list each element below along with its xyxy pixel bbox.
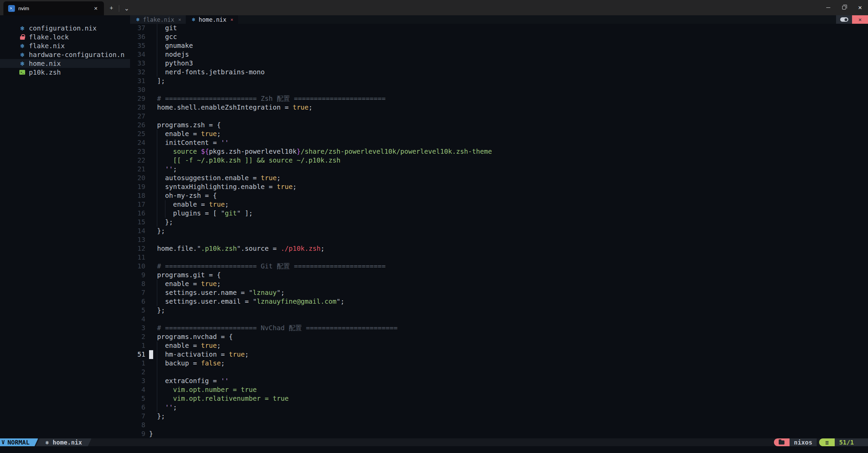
- indent-guide: [157, 385, 161, 394]
- code-line[interactable]: 5 vim.opt.relativenumber = true: [130, 394, 868, 403]
- code-line[interactable]: 11: [130, 253, 868, 262]
- code-text: programs.zsh = {: [149, 121, 221, 130]
- code-line[interactable]: 9 programs.git = {: [130, 271, 868, 280]
- code-line[interactable]: 3 extraConfig = '': [130, 377, 868, 385]
- file-item-hardware-configuration.n[interactable]: hardware-configuration.n: [0, 50, 130, 59]
- code-line[interactable]: 16 plugins = [ "git" ];: [130, 209, 868, 218]
- file-item-flake.lock[interactable]: flake.lock: [0, 33, 130, 41]
- command-line: [0, 446, 868, 453]
- buffer-tab-home.nix[interactable]: home.nix✕: [186, 15, 238, 24]
- powershell-icon: >_: [8, 5, 15, 12]
- code-line[interactable]: 20 autosuggestion.enable = true;: [130, 174, 868, 183]
- code-line[interactable]: 24 initContent = '': [130, 138, 868, 147]
- code-line[interactable]: 12 home.file.".p10k.zsh".source = ./p10k…: [130, 244, 868, 253]
- code-line[interactable]: 7 settings.user.name = "lznauy";: [130, 288, 868, 297]
- code-line[interactable]: 6 settings.user.email = "lznauyfine@gmai…: [130, 297, 868, 306]
- close-terminal-tab-icon[interactable]: ✕: [92, 5, 100, 12]
- line-number: 17: [130, 200, 145, 209]
- new-tab-button[interactable]: +: [104, 1, 119, 15]
- code-line[interactable]: 2 programs.nvchad = {: [130, 333, 868, 341]
- code-line[interactable]: 25 enable = true;: [130, 130, 868, 138]
- toggle-icon: [840, 17, 848, 22]
- code-line[interactable]: 6 '';: [130, 403, 868, 412]
- code-line[interactable]: 21 '';: [130, 165, 868, 174]
- line-number: 1: [130, 359, 145, 368]
- buffer-tab-flake.nix[interactable]: flake.nix✕: [130, 15, 186, 24]
- code-line[interactable]: 1 backup = false;: [130, 359, 868, 368]
- code-line[interactable]: 23 source ${pkgs.zsh-powerlevel10k}/shar…: [130, 147, 868, 156]
- close-window-button[interactable]: ✕: [852, 0, 868, 15]
- indent-guide: [157, 403, 161, 412]
- code-line[interactable]: 30: [130, 86, 868, 94]
- code-line[interactable]: 51 hm-activation = true;: [130, 350, 868, 359]
- restore-button[interactable]: [836, 0, 852, 15]
- code-line[interactable]: 33 python3: [130, 59, 868, 68]
- line-number: 15: [130, 218, 145, 227]
- code-line[interactable]: 19 syntaxHighlighting.enable = true;: [130, 183, 868, 191]
- indent-guide: [157, 24, 161, 33]
- restore-icon: [842, 6, 846, 10]
- nvim-area: configuration.nixflake.lockflake.nixhard…: [0, 15, 868, 453]
- code-line[interactable]: 1 enable = true;: [130, 341, 868, 350]
- line-number: 30: [130, 86, 145, 94]
- nix-icon: [19, 51, 26, 58]
- code-line[interactable]: 27: [130, 112, 868, 121]
- code-line[interactable]: 35 gnumake: [130, 41, 868, 50]
- code-line[interactable]: 36 gcc: [130, 33, 868, 41]
- code-text: # ======================= NvChad 配置 ====…: [149, 324, 398, 333]
- file-item-home.nix[interactable]: home.nix: [0, 59, 130, 68]
- code-line[interactable]: 5 };: [130, 306, 868, 315]
- code-line[interactable]: 34 nodejs: [130, 50, 868, 59]
- line-number: 26: [130, 121, 145, 130]
- code-line[interactable]: 10 # ======================= Git 配置 ====…: [130, 262, 868, 271]
- file-tree[interactable]: configuration.nixflake.lockflake.nixhard…: [0, 15, 130, 438]
- code-line[interactable]: 14 };: [130, 227, 868, 235]
- code-line[interactable]: 9}: [130, 430, 868, 438]
- nix-icon: [19, 42, 26, 49]
- line-number: 10: [130, 262, 145, 271]
- tab-dropdown-button[interactable]: ⌄: [119, 1, 134, 15]
- file-item-flake.nix[interactable]: flake.nix: [0, 41, 130, 50]
- editor-lines[interactable]: 37 git36 gcc35 gnumake34 nodejs33 python…: [130, 24, 868, 438]
- code-line[interactable]: 29 # ======================= Zsh 配置 ====…: [130, 94, 868, 103]
- position-indicator: ≡ 51/1: [819, 438, 868, 446]
- file-item-configuration.nix[interactable]: configuration.nix: [0, 24, 130, 33]
- code-line[interactable]: 4 vim.opt.number = true: [130, 385, 868, 394]
- code-line[interactable]: 2: [130, 368, 868, 377]
- line-number: 21: [130, 165, 145, 174]
- code-line[interactable]: 31 ];: [130, 77, 868, 86]
- code-line[interactable]: 15 };: [130, 218, 868, 227]
- code-line[interactable]: 8: [130, 421, 868, 430]
- close-buffer-icon[interactable]: ✕: [178, 17, 181, 22]
- code-line[interactable]: 32 nerd-fonts.jetbrains-mono: [130, 68, 868, 77]
- close-buffer-icon[interactable]: ✕: [231, 17, 233, 22]
- code-line[interactable]: 7 };: [130, 412, 868, 421]
- terminal-tab-nvim[interactable]: >_ nvim ✕: [3, 1, 104, 15]
- file-name: flake.lock: [29, 33, 69, 41]
- code-line[interactable]: 17 enable = true;: [130, 200, 868, 209]
- indent-guide: [157, 368, 161, 377]
- indent-guide: [157, 209, 161, 218]
- code-line[interactable]: 13: [130, 235, 868, 244]
- code-line[interactable]: 18 oh-my-zsh = {: [130, 191, 868, 200]
- minimize-button[interactable]: [820, 0, 836, 15]
- line-number: 1: [130, 341, 145, 350]
- theme-toggle-button[interactable]: [836, 15, 852, 24]
- code-text: plugins = [ "git" ];: [149, 209, 253, 218]
- file-item-p10k.zsh[interactable]: p10k.zsh: [0, 68, 130, 77]
- code-line[interactable]: 4: [130, 315, 868, 324]
- code-line[interactable]: 3 # ======================= NvChad 配置 ==…: [130, 324, 868, 333]
- line-number: 7: [130, 412, 145, 421]
- line-number: 22: [130, 156, 145, 165]
- code-line[interactable]: 26 programs.zsh = {: [130, 121, 868, 130]
- code-text: source ${pkgs.zsh-powerlevel10k}/share/z…: [149, 147, 492, 156]
- code-line[interactable]: 37 git: [130, 24, 868, 33]
- code-line[interactable]: 28 home.shell.enableZshIntegration = tru…: [130, 103, 868, 112]
- close-all-buffers-button[interactable]: ✕: [852, 15, 868, 24]
- term-icon: [19, 69, 26, 76]
- buffer-tabs: flake.nix✕home.nix✕: [130, 15, 238, 24]
- line-number: 27: [130, 112, 145, 121]
- indent-guide: [157, 359, 161, 368]
- code-line[interactable]: 22 [[ -f ~/.p10k.zsh ]] && source ~/.p10…: [130, 156, 868, 165]
- code-line[interactable]: 8 enable = true;: [130, 280, 868, 288]
